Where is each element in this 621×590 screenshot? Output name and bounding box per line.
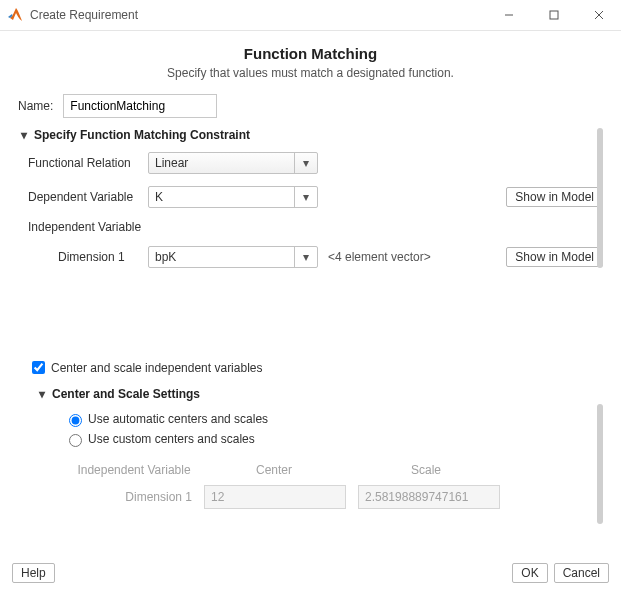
svg-rect-1: [550, 11, 558, 19]
dimension-1-hint: <4 element vector>: [328, 250, 431, 264]
radio-custom-label: Use custom centers and scales: [88, 432, 255, 446]
center-scale-table: Independent Variable Center Scale Dimens…: [64, 463, 603, 509]
table-row-label: Dimension 1: [64, 490, 204, 504]
independent-variable-label: Independent Variable: [28, 220, 141, 234]
col-center: Center: [204, 463, 344, 477]
section-constraint-title: Specify Function Matching Constraint: [34, 128, 250, 142]
chevron-down-icon: ▾: [294, 153, 317, 173]
independent-variable-header: Independent Variable: [28, 220, 603, 234]
matlab-logo-icon: [8, 7, 24, 23]
scroll-pane: ▾ Specify Function Matching Constraint F…: [18, 128, 603, 546]
chevron-down-icon: ▾: [294, 187, 317, 207]
scrollbar-thumb[interactable]: [597, 128, 603, 268]
section-constraint-header[interactable]: ▾ Specify Function Matching Constraint: [18, 128, 603, 142]
dimension-1-label: Dimension 1: [58, 250, 148, 264]
center-scale-checkbox-row: Center and scale independent variables: [28, 358, 603, 377]
dependent-variable-select[interactable]: K ▾: [148, 186, 318, 208]
functional-relation-label: Functional Relation: [28, 156, 148, 170]
titlebar: Create Requirement: [0, 0, 621, 31]
functional-relation-select[interactable]: Linear ▾: [148, 152, 318, 174]
center-scale-section-header[interactable]: ▾ Center and Scale Settings: [36, 387, 603, 401]
window-title: Create Requirement: [30, 8, 486, 22]
cancel-button[interactable]: Cancel: [554, 563, 609, 583]
radio-auto-row[interactable]: Use automatic centers and scales: [64, 411, 603, 427]
center-input: [204, 485, 346, 509]
dimension-1-select[interactable]: bpK ▾: [148, 246, 318, 268]
col-independent-variable: Independent Variable: [64, 463, 204, 477]
radio-custom[interactable]: [69, 434, 82, 447]
name-input[interactable]: [63, 94, 217, 118]
footer: Help OK Cancel: [0, 556, 621, 590]
help-button[interactable]: Help: [12, 563, 55, 583]
disclosure-triangle-icon[interactable]: ▾: [36, 387, 48, 401]
table-header: Independent Variable Center Scale: [64, 463, 603, 477]
functional-relation-row: Functional Relation Linear ▾: [28, 152, 603, 174]
center-scale-checkbox[interactable]: [32, 361, 45, 374]
page-subtitle: Specify that values must match a designa…: [18, 66, 603, 80]
maximize-button[interactable]: [531, 0, 576, 30]
table-row: Dimension 1: [64, 485, 603, 509]
show-in-model-dim1-button[interactable]: Show in Model: [506, 247, 603, 267]
scrollbar-thumb[interactable]: [597, 404, 603, 524]
chevron-down-icon: ▾: [294, 247, 317, 267]
dependent-variable-row: Dependent Variable K ▾ Show in Model: [28, 186, 603, 208]
dependent-variable-label: Dependent Variable: [28, 190, 148, 204]
center-scale-section-title: Center and Scale Settings: [52, 387, 200, 401]
name-row: Name:: [18, 94, 603, 118]
col-scale: Scale: [356, 463, 496, 477]
name-label: Name:: [18, 99, 53, 113]
show-in-model-dependent-button[interactable]: Show in Model: [506, 187, 603, 207]
disclosure-triangle-icon[interactable]: ▾: [18, 128, 30, 142]
center-scale-checkbox-label: Center and scale independent variables: [51, 361, 262, 375]
page-title: Function Matching: [18, 45, 603, 62]
functional-relation-value: Linear: [149, 156, 294, 170]
scale-input: [358, 485, 500, 509]
radio-custom-row[interactable]: Use custom centers and scales: [64, 431, 603, 447]
radio-auto-label: Use automatic centers and scales: [88, 412, 268, 426]
ok-button[interactable]: OK: [512, 563, 547, 583]
minimize-button[interactable]: [486, 0, 531, 30]
dimension-1-row: Dimension 1 bpK ▾ <4 element vector> Sho…: [58, 246, 603, 268]
dialog-content: Function Matching Specify that values mu…: [0, 31, 621, 553]
close-button[interactable]: [576, 0, 621, 30]
radio-auto[interactable]: [69, 414, 82, 427]
dependent-variable-value: K: [149, 190, 294, 204]
scrollbar[interactable]: [597, 128, 603, 546]
dimension-1-value: bpK: [149, 250, 294, 264]
